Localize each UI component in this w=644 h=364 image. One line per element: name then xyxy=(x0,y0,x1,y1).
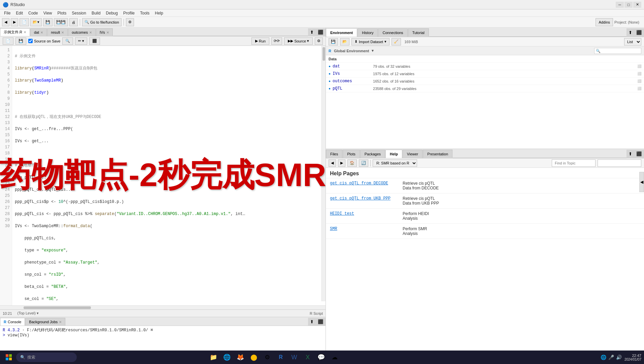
help-link-4[interactable]: SMR xyxy=(330,226,397,231)
help-back-button[interactable]: ◀ xyxy=(329,159,336,167)
minimize-button[interactable]: ─ xyxy=(616,2,624,8)
env-row-pqtl[interactable]: ● pQTL 23588 obs. of 29 variables ⬜ xyxy=(326,85,644,92)
speaker-icon[interactable]: 🔊 xyxy=(616,355,622,360)
menu-code[interactable]: Code xyxy=(26,10,41,16)
env-row-dat[interactable]: ● dat 79 obs. of 32 variables ⬜ xyxy=(326,63,644,70)
save-all-button[interactable]: 💾💾 xyxy=(54,18,68,26)
menu-session[interactable]: Session xyxy=(69,10,89,16)
menu-view[interactable]: View xyxy=(41,10,55,16)
help-link-1[interactable]: get_cis_pQTL_from_DECODE xyxy=(330,181,397,186)
help-search-input[interactable] xyxy=(598,159,641,167)
taskbar-app-word[interactable]: W xyxy=(288,351,300,363)
taskbar-app-r[interactable]: R xyxy=(275,351,287,363)
back-button[interactable]: ◀ xyxy=(2,18,9,26)
tab-connections[interactable]: Connections xyxy=(378,28,407,37)
console-content[interactable]: R 4.3.2 · F:/A代样代码/A药靶resources/SMRinR0.… xyxy=(0,326,326,351)
horizontal-scrollbar[interactable] xyxy=(0,305,326,309)
maximize-files-button[interactable]: ⬛ xyxy=(634,150,644,158)
taskbar-app-settings[interactable]: ⚙ xyxy=(261,351,273,363)
menu-file[interactable]: File xyxy=(1,10,13,16)
tab-close-icon[interactable]: ✕ xyxy=(61,31,64,34)
source-button[interactable]: ▶▶ Source ▾ xyxy=(284,37,313,45)
tab-background-jobs[interactable]: Background Jobs ✕ xyxy=(25,318,65,326)
collapse-editor-button[interactable]: ⬆ xyxy=(308,28,316,36)
source-on-save-checkbox[interactable] xyxy=(28,39,33,43)
print-button[interactable]: 🖨 xyxy=(69,18,78,26)
help-forward-button[interactable]: ▶ xyxy=(338,159,345,167)
panel-options-button[interactable]: ⚙ xyxy=(315,37,323,45)
tab-example-file[interactable]: 示例文件.R ✕ xyxy=(0,28,30,36)
maximize-button[interactable]: □ xyxy=(624,2,633,8)
env-expand-icon[interactable]: ⬜ xyxy=(637,64,641,68)
menu-plots[interactable]: Plots xyxy=(55,10,69,16)
save-button[interactable]: 💾 xyxy=(43,18,53,26)
new-file-button[interactable]: 📄 xyxy=(3,37,13,45)
forward-button[interactable]: ▶ xyxy=(11,18,18,26)
tab-help[interactable]: Help xyxy=(385,150,402,158)
help-topic-select[interactable]: R: SMR based on R xyxy=(373,159,417,167)
compile-button[interactable]: ⬛ xyxy=(89,37,100,45)
taskbar-app-excel[interactable]: X xyxy=(302,351,314,363)
tab-result[interactable]: result ✕ xyxy=(47,28,68,36)
tab-presentation[interactable]: Presentation xyxy=(423,150,452,158)
tab-close-icon[interactable]: ✕ xyxy=(40,31,43,34)
taskbar-app-teams[interactable]: 💬 xyxy=(315,351,327,363)
help-home-button[interactable]: 🏠 xyxy=(347,159,357,167)
find-in-topic-input[interactable] xyxy=(552,159,596,167)
taskbar-app-explorer[interactable]: 📁 xyxy=(207,351,219,363)
tab-history[interactable]: History xyxy=(358,28,378,37)
collapse-help-button[interactable]: ◀ xyxy=(639,172,644,192)
save-file-button[interactable]: 💾 xyxy=(15,37,26,45)
addins-button[interactable]: Addins xyxy=(596,18,613,26)
code-editor[interactable]: 12345 678910 1112131415 1617181920 21222… xyxy=(0,46,326,305)
taskbar-app-chrome[interactable]: ⬤ xyxy=(248,351,260,363)
close-button[interactable]: ✕ xyxy=(633,2,641,8)
env-expand-icon[interactable]: ⬜ xyxy=(637,87,641,90)
taskbar-search[interactable]: 🔍 搜索 xyxy=(16,353,77,362)
load-workspace-button[interactable]: 📂 xyxy=(340,38,349,46)
menu-debug[interactable]: Debug xyxy=(103,10,121,16)
system-clock[interactable]: 22:47 2024/01/07 xyxy=(624,354,641,361)
env-search-input[interactable] xyxy=(594,48,641,54)
menu-edit[interactable]: Edit xyxy=(13,10,26,16)
navigate-button[interactable]: 🔍 Go to file/function xyxy=(82,18,122,26)
search-button[interactable]: 🔍 xyxy=(62,37,73,45)
tab-plots[interactable]: Plots xyxy=(343,150,360,158)
tab-close-icon[interactable]: ✕ xyxy=(89,31,92,34)
tab-outcomes[interactable]: outcomes ✕ xyxy=(68,28,96,36)
help-refresh-button[interactable]: 🔄 xyxy=(359,159,368,167)
tab-packages[interactable]: Packages xyxy=(360,150,385,158)
tab-close-icon[interactable]: ✕ xyxy=(106,31,109,34)
tab-viewer[interactable]: Viewer xyxy=(403,150,422,158)
tab-close-icon[interactable]: ✕ xyxy=(24,30,26,34)
re-run-button[interactable]: ⟳⟳ xyxy=(271,37,282,45)
maximize-editor-button[interactable]: ⬛ xyxy=(316,28,326,36)
menu-profile[interactable]: Profile xyxy=(121,10,137,16)
tab-ivs[interactable]: IVs ✕ xyxy=(96,28,113,36)
save-workspace-button[interactable]: 💾 xyxy=(329,38,338,46)
menu-build[interactable]: Build xyxy=(89,10,103,16)
tab-dat[interactable]: dat ✕ xyxy=(30,28,47,36)
taskbar-app-onedrive[interactable]: ☁ xyxy=(329,351,341,363)
new-script-button[interactable]: 📄 xyxy=(20,18,29,26)
start-button[interactable] xyxy=(3,351,15,363)
tab-console[interactable]: R Console xyxy=(0,318,25,326)
env-row-outcomes[interactable]: ● outcomes 1652 obs. of 16 variables ⬜ xyxy=(326,78,644,85)
menu-tools[interactable]: Tools xyxy=(137,10,152,16)
maximize-env-button[interactable]: ⬛ xyxy=(634,28,644,37)
source-on-save-label[interactable]: Source on Save xyxy=(28,39,60,43)
code-tools-button[interactable]: ✏ ▾ xyxy=(75,37,87,45)
vertical-scrollbar[interactable] xyxy=(321,46,326,301)
help-link-3[interactable]: HEIDI_test xyxy=(330,211,397,216)
view-mode-select[interactable]: List Grid xyxy=(624,38,641,46)
tab-tutorial[interactable]: Tutorial xyxy=(408,28,429,37)
clear-env-button[interactable]: 🧹 xyxy=(392,38,401,46)
env-expand-icon[interactable]: ⬜ xyxy=(637,79,641,83)
taskbar-app-firefox[interactable]: 🦊 xyxy=(234,351,246,363)
collapse-console-button[interactable]: ⬆ xyxy=(308,318,316,326)
menu-help[interactable]: Help xyxy=(152,10,166,16)
tab-files[interactable]: Files xyxy=(326,150,342,158)
maximize-console-button[interactable]: ⬛ xyxy=(316,318,326,326)
code-content[interactable]: # 示例文件 library(SMRinR)########医蔬豆自制R包 li… xyxy=(12,46,326,305)
collapse-files-button[interactable]: ⬆ xyxy=(626,150,634,158)
